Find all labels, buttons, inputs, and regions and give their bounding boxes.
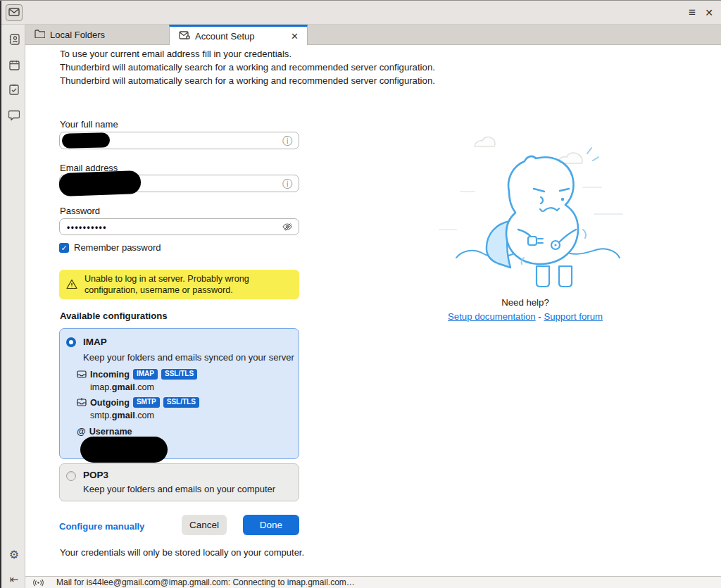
tab-account-setup[interactable]: Account Setup ✕: [169, 25, 308, 46]
checkbox-checked-icon[interactable]: ✓: [59, 243, 69, 253]
ssl-badge: SSL/TLS: [161, 369, 197, 380]
pop3-config-option[interactable]: POP3 Keep your folders and emails on you…: [59, 463, 299, 501]
account-setup-content: To use your current email address fill i…: [25, 45, 721, 576]
folder-icon: [35, 30, 45, 40]
ssl-badge: SSL/TLS: [163, 397, 199, 408]
incoming-hostname: imap.gmail.com: [90, 382, 154, 392]
status-text: Mail for is44lee@gmail.com@imap.gmail.co…: [56, 577, 355, 587]
help-links: Setup documentation - Support forum: [394, 311, 656, 322]
window-top-edge: [0, 0, 721, 1]
outgoing-hostname: smtp.gmail.com: [90, 411, 154, 420]
address-book-icon[interactable]: [7, 32, 21, 46]
tab-local-folders[interactable]: Local Folders: [25, 25, 169, 45]
intro-line-1: To use your current email address fill i…: [60, 48, 435, 61]
help-section: Need help? Setup documentation - Support…: [394, 124, 656, 322]
configure-manually-link[interactable]: Configure manually: [59, 521, 144, 532]
spaces-mail-button[interactable]: [6, 4, 23, 21]
tab-local-folders-label: Local Folders: [50, 30, 105, 40]
protocol-badge: SMTP: [133, 397, 160, 408]
close-icon: ✕: [705, 7, 713, 18]
info-icon: ⓘ: [282, 135, 292, 148]
tasks-icon[interactable]: [7, 82, 21, 96]
window-left-edge: [0, 0, 1, 588]
login-error-alert: Unable to log in at server. Probably wro…: [59, 270, 299, 299]
tab-close-icon[interactable]: ✕: [289, 30, 301, 42]
mail-space-icon: [8, 8, 20, 18]
password-label: Password: [60, 206, 100, 216]
hamburger-icon: ≡: [689, 6, 696, 20]
titlebar: ≡ ✕: [1, 1, 721, 25]
spaces-sidebar: ⚙ ⇤: [1, 25, 25, 588]
redacted-email: [58, 170, 141, 196]
account-setup-icon: [179, 31, 190, 42]
password-mask: ••••••••••: [67, 223, 107, 232]
settings-gear-icon[interactable]: ⚙: [7, 547, 21, 561]
imap-description: Keep your folders and emails synced on y…: [83, 352, 294, 363]
credentials-note: Your credentials will only be stored loc…: [60, 547, 304, 558]
username-label: Username: [89, 427, 132, 437]
protocol-badge: IMAP: [133, 369, 158, 380]
link-separator: -: [538, 311, 541, 322]
need-help-title: Need help?: [394, 297, 656, 308]
tab-account-setup-label: Account Setup: [195, 31, 255, 42]
warning-text: Unable to log in at server. Probably wro…: [84, 273, 249, 296]
cancel-button[interactable]: Cancel: [182, 515, 227, 535]
remember-password-label: Remember password: [74, 242, 161, 253]
incoming-label: Incoming: [90, 370, 130, 380]
intro-text: To use your current email address fill i…: [60, 48, 435, 87]
imap-radio-selected[interactable]: [66, 337, 76, 347]
toggle-password-visibility-icon[interactable]: [282, 223, 292, 233]
password-input[interactable]: ••••••••••: [59, 218, 299, 235]
status-bar: Mail for is44lee@gmail.com@imap.gmail.co…: [25, 576, 721, 588]
app-menu-button[interactable]: ≡: [683, 4, 701, 22]
redacted-full-name: [62, 132, 110, 148]
imap-title: IMAP: [83, 337, 107, 347]
collapse-sidebar-icon[interactable]: ⇤: [7, 573, 21, 587]
pop3-description: Keep your folders and emails on your com…: [83, 484, 275, 494]
redacted-username: [80, 437, 168, 463]
outgoing-row: Outgoing SMTP SSL/TLS: [77, 397, 199, 408]
available-configurations-title: Available configurations: [60, 311, 168, 321]
outgoing-label: Outgoing: [90, 398, 130, 408]
username-at-icon: @: [77, 426, 86, 437]
incoming-server-icon: [77, 370, 87, 379]
done-button[interactable]: Done: [243, 515, 299, 535]
activity-broadcast-icon: [33, 579, 44, 587]
remember-password-checkbox-row[interactable]: ✓ Remember password: [59, 242, 161, 253]
full-name-label: Your full name: [60, 119, 118, 130]
setup-documentation-link[interactable]: Setup documentation: [448, 311, 536, 322]
pop3-title: POP3: [83, 470, 108, 480]
intro-line-2: Thunderbird will automatically search fo…: [60, 61, 435, 75]
username-row: @ Username: [77, 426, 132, 437]
disconnected-mascot-illustration: [420, 124, 631, 293]
chat-icon[interactable]: [7, 108, 21, 122]
outgoing-server-icon: [77, 398, 87, 407]
incoming-row: Incoming IMAP SSL/TLS: [77, 369, 197, 380]
support-forum-link[interactable]: Support forum: [544, 311, 603, 322]
pop3-radio-unselected[interactable]: [66, 471, 76, 481]
tab-bar: Local Folders Account Setup ✕: [25, 25, 721, 45]
window-close-button[interactable]: ✕: [700, 4, 718, 22]
info-icon: ⓘ: [282, 178, 292, 191]
warning-triangle-icon: [66, 279, 77, 292]
calendar-icon[interactable]: [7, 58, 21, 72]
intro-line-3: Thunderbird will automatically search fo…: [60, 75, 435, 88]
